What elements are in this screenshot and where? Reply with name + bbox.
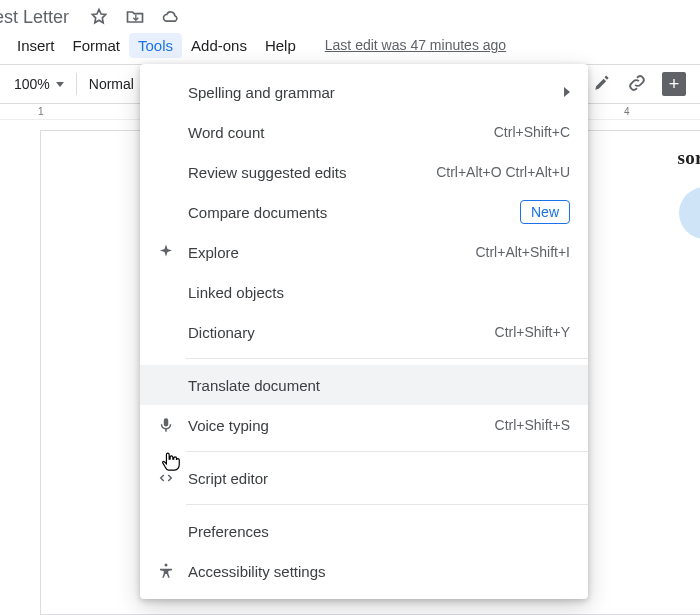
menu-item-label: Script editor [188,470,570,487]
menu-accessibility-settings[interactable]: Accessibility settings [140,551,588,591]
add-comment-icon[interactable]: + [662,72,686,96]
insert-link-icon[interactable] [626,72,648,97]
accessibility-icon [156,561,176,581]
ruler-tick: 4 [624,106,630,117]
menu-preferences[interactable]: Preferences [140,511,588,551]
keyboard-shortcut: Ctrl+Shift+S [495,417,570,433]
menu-translate-document[interactable]: Translate document [140,365,588,405]
tools-dropdown: Spelling and grammar Word count Ctrl+Shi… [140,64,588,599]
blank-icon [156,82,176,102]
menu-item-label: Compare documents [188,204,508,221]
menu-voice-typing[interactable]: Voice typing Ctrl+Shift+S [140,405,588,445]
menu-item-label: Spelling and grammar [188,84,552,101]
script-editor-icon [156,468,176,488]
menu-linked-objects[interactable]: Linked objects [140,272,588,312]
menu-separator [186,358,588,359]
paragraph-style-selector[interactable]: Normal [83,76,140,92]
zoom-value: 100% [14,76,50,92]
microphone-icon [156,415,176,435]
keyboard-shortcut: Ctrl+Shift+C [494,124,570,140]
blank-icon [156,282,176,302]
move-folder-icon[interactable] [125,7,145,27]
submenu-arrow-icon [564,87,570,97]
ruler-tick: 1 [38,106,44,117]
blank-icon [156,202,176,222]
document-title[interactable]: est Letter [0,7,69,28]
menu-item-label: Accessibility settings [188,563,570,580]
keyboard-shortcut: Ctrl+Alt+O Ctrl+Alt+U [436,164,570,180]
menu-item-label: Word count [188,124,482,141]
menu-item-label: Preferences [188,523,570,540]
menu-explore[interactable]: Explore Ctrl+Alt+Shift+I [140,232,588,272]
menu-format[interactable]: Format [64,33,130,58]
highlight-icon[interactable] [592,73,612,96]
menu-script-editor[interactable]: Script editor [140,458,588,498]
blank-icon [156,521,176,541]
menu-separator [186,504,588,505]
new-badge: New [520,200,570,224]
menu-bar: Insert Format Tools Add-ons Help Last ed… [0,30,700,64]
chevron-down-icon [56,82,64,87]
menu-item-label: Dictionary [188,324,483,341]
avatar-placeholder [679,187,700,239]
blank-icon [156,322,176,342]
blank-icon [156,375,176,395]
blank-icon [156,122,176,142]
menu-tools[interactable]: Tools [129,33,182,58]
keyboard-shortcut: Ctrl+Shift+Y [495,324,570,340]
menu-addons[interactable]: Add-ons [182,33,256,58]
blank-icon [156,162,176,182]
menu-dictionary[interactable]: Dictionary Ctrl+Shift+Y [140,312,588,352]
keyboard-shortcut: Ctrl+Alt+Shift+I [475,244,570,260]
zoom-selector[interactable]: 100% [8,76,70,92]
paragraph-style-value: Normal [89,76,134,92]
menu-spelling-grammar[interactable]: Spelling and grammar [140,72,588,112]
menu-word-count[interactable]: Word count Ctrl+Shift+C [140,112,588,152]
svg-point-0 [165,564,168,567]
cloud-status-icon[interactable] [161,7,181,27]
menu-item-label: Explore [188,244,463,261]
menu-item-label: Voice typing [188,417,483,434]
explore-icon [156,242,176,262]
menu-item-label: Translate document [188,377,570,394]
menu-compare-documents[interactable]: Compare documents New [140,192,588,232]
star-icon[interactable] [89,7,109,27]
last-edit-link[interactable]: Last edit was 47 minutes ago [325,37,506,53]
menu-help[interactable]: Help [256,33,305,58]
menu-separator [186,451,588,452]
menu-review-edits[interactable]: Review suggested edits Ctrl+Alt+O Ctrl+A… [140,152,588,192]
toolbar-separator [76,73,77,95]
title-bar: est Letter [0,0,700,30]
menu-insert[interactable]: Insert [8,33,64,58]
menu-item-label: Review suggested edits [188,164,424,181]
menu-item-label: Linked objects [188,284,570,301]
